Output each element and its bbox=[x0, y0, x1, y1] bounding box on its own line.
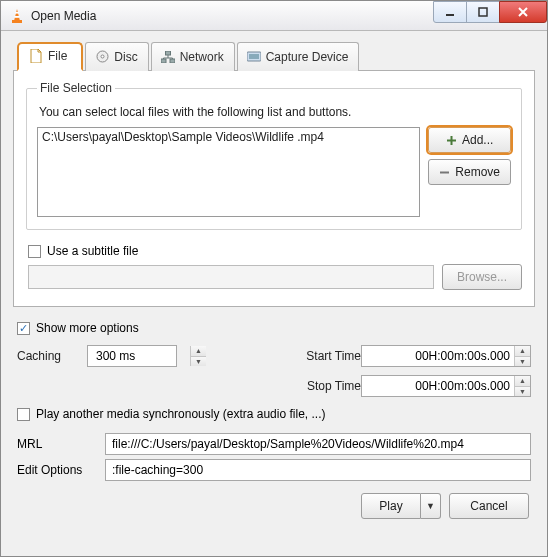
show-more-options-label: Show more options bbox=[36, 321, 139, 335]
file-selection-legend: File Selection bbox=[37, 81, 115, 95]
svg-rect-5 bbox=[479, 8, 487, 16]
window-title: Open Media bbox=[31, 9, 96, 23]
start-time-input[interactable] bbox=[361, 345, 531, 367]
tab-disc-label: Disc bbox=[114, 50, 137, 64]
add-button[interactable]: Add... bbox=[428, 127, 511, 153]
mrl-label: MRL bbox=[17, 437, 97, 451]
svg-rect-9 bbox=[170, 59, 175, 63]
svg-rect-1 bbox=[12, 20, 22, 23]
stop-time-spinner[interactable]: ▲▼ bbox=[514, 376, 530, 396]
svg-rect-10 bbox=[165, 51, 170, 55]
subtitle-path-input bbox=[28, 265, 434, 289]
file-icon bbox=[29, 49, 43, 63]
play-button[interactable]: Play bbox=[361, 493, 421, 519]
browse-subtitle-button: Browse... bbox=[442, 264, 522, 290]
sync-checkbox[interactable] bbox=[17, 408, 30, 421]
subtitle-checkbox[interactable] bbox=[28, 245, 41, 258]
file-list[interactable]: C:\Users\payal\Desktop\Sample Videos\Wil… bbox=[37, 127, 420, 217]
sync-checkbox-label: Play another media synchronously (extra … bbox=[36, 407, 325, 421]
edit-options-label: Edit Options bbox=[17, 463, 97, 477]
tab-network[interactable]: Network bbox=[151, 42, 235, 71]
remove-button[interactable]: Remove bbox=[428, 159, 511, 185]
svg-rect-8 bbox=[161, 59, 166, 63]
subtitle-checkbox-label: Use a subtitle file bbox=[47, 244, 138, 258]
caching-input[interactable] bbox=[87, 345, 177, 367]
stop-time-input[interactable] bbox=[361, 375, 531, 397]
play-button-label: Play bbox=[379, 499, 402, 513]
disc-icon bbox=[95, 50, 109, 64]
capture-icon bbox=[247, 50, 261, 64]
tab-capture[interactable]: Capture Device bbox=[237, 42, 360, 71]
play-dropdown-button[interactable]: ▼ bbox=[421, 493, 441, 519]
plus-icon bbox=[446, 135, 457, 146]
show-more-options-checkbox[interactable] bbox=[17, 322, 30, 335]
close-button[interactable] bbox=[499, 1, 547, 23]
tab-network-label: Network bbox=[180, 50, 224, 64]
minimize-button[interactable] bbox=[433, 1, 467, 23]
remove-button-label: Remove bbox=[455, 165, 500, 179]
svg-rect-2 bbox=[15, 12, 19, 14]
tab-capture-label: Capture Device bbox=[266, 50, 349, 64]
maximize-button[interactable] bbox=[466, 1, 500, 23]
start-time-spinner[interactable]: ▲▼ bbox=[514, 346, 530, 366]
file-list-item[interactable]: C:\Users\payal\Desktop\Sample Videos\Wil… bbox=[42, 130, 415, 144]
svg-marker-0 bbox=[14, 9, 20, 21]
tab-disc[interactable]: Disc bbox=[85, 42, 148, 71]
edit-options-input[interactable] bbox=[105, 459, 531, 481]
file-selection-group: File Selection You can select local file… bbox=[26, 81, 522, 230]
file-selection-hint: You can select local files with the foll… bbox=[39, 105, 511, 119]
tab-file[interactable]: File bbox=[17, 42, 83, 71]
caching-spinner[interactable]: ▲▼ bbox=[190, 346, 206, 366]
mrl-input[interactable] bbox=[105, 433, 531, 455]
vlc-icon bbox=[9, 8, 25, 24]
titlebar: Open Media bbox=[1, 1, 547, 31]
caching-label: Caching bbox=[17, 349, 87, 363]
browse-button-label: Browse... bbox=[457, 270, 507, 284]
svg-rect-4 bbox=[446, 14, 454, 16]
svg-point-7 bbox=[101, 55, 104, 58]
start-time-label: Start Time bbox=[271, 349, 361, 363]
svg-rect-3 bbox=[15, 16, 20, 18]
cancel-button-label: Cancel bbox=[470, 499, 507, 513]
source-tabs: File Disc Network Capture Device bbox=[13, 41, 535, 71]
play-split-button[interactable]: Play ▼ bbox=[361, 493, 441, 519]
network-icon bbox=[161, 50, 175, 64]
tab-file-label: File bbox=[48, 49, 67, 63]
minus-icon bbox=[439, 167, 450, 178]
open-media-window: Open Media File bbox=[0, 0, 548, 557]
stop-time-label: Stop Time bbox=[271, 379, 361, 393]
svg-rect-12 bbox=[249, 54, 259, 59]
file-tab-pane: File Selection You can select local file… bbox=[13, 71, 535, 307]
add-button-label: Add... bbox=[462, 133, 493, 147]
cancel-button[interactable]: Cancel bbox=[449, 493, 529, 519]
advanced-options: Caching ▲▼ Start Time ▲▼ Stop Time ▲▼ bbox=[13, 345, 535, 397]
